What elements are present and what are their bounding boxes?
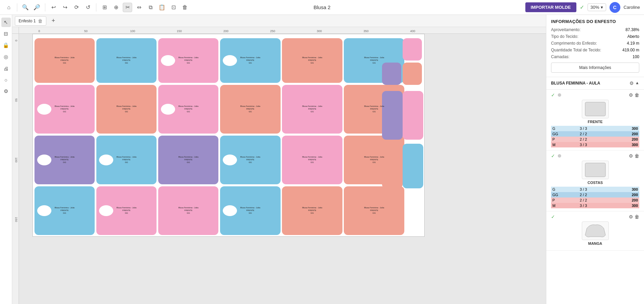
tipo-tecido-row: Tipo do Tecido: Aberto <box>551 34 639 39</box>
blusa-title: BLUSA FEMININA - AULA <box>551 81 600 86</box>
sidebar-lock-icon[interactable]: 🔒 <box>1 41 11 50</box>
zoom-out-icon[interactable]: 🔎 <box>32 3 42 12</box>
pattern-piece[interactable]: Blusa Feminina - JuliaFRENTEGG <box>220 186 280 235</box>
redo-icon[interactable]: ↪ <box>60 3 70 12</box>
pattern-piece[interactable]: Blusa Feminina - JuliaFRENTEGG <box>158 85 218 134</box>
piece-frente: ✓ ⚙ 🗑 FRENTE G 3 / 3 300GG <box>546 90 644 150</box>
ruler-vertical: 050100150 <box>12 34 19 304</box>
mais-informacoes-button[interactable]: Mais Informações <box>551 63 639 73</box>
costas-actions: ⚙ 🗑 <box>629 153 639 159</box>
paste-icon[interactable]: 📋 <box>157 3 167 12</box>
sidebar-print-icon[interactable]: 🖨 <box>1 64 11 73</box>
manga-settings-icon[interactable]: ⚙ <box>629 214 633 219</box>
costas-check-icon: ✓ <box>551 153 555 159</box>
tab-delete-icon[interactable]: 🗑 <box>38 18 43 24</box>
pattern-piece[interactable]: Blusa Feminina - JuliaFRENTEGG <box>344 186 404 235</box>
pattern-piece[interactable]: Blusa Feminina - JuliaFRENTEGG <box>220 136 280 184</box>
pattern-piece[interactable]: Blusa Feminina - JuliaFRENTEGG <box>158 186 218 235</box>
pattern-piece[interactable] <box>382 144 403 188</box>
sidebar-settings-icon[interactable]: ⚙ <box>1 87 11 96</box>
pattern-piece[interactable]: Blusa Feminina - JuliaFRENTEGG <box>282 38 342 83</box>
scissors-icon[interactable]: ✂ <box>123 3 132 12</box>
costas-shape <box>583 162 607 178</box>
pattern-piece[interactable]: Blusa Feminina - JuliaFRENTEGG <box>220 38 280 83</box>
grid-icon[interactable]: ⊞ <box>100 3 109 12</box>
avatar[interactable]: C <box>610 2 620 13</box>
refresh-icon[interactable]: ↺ <box>83 3 93 12</box>
sidebar-target-icon[interactable]: ◎ <box>1 52 11 62</box>
fabric-canvas[interactable]: Blusa Feminina - JuliaFRENTEGGBlusa Femi… <box>32 34 425 237</box>
sidebar-circle-icon[interactable]: ○ <box>1 75 11 85</box>
pattern-piece[interactable]: Blusa Feminina - JuliaFRENTEGG <box>96 186 157 235</box>
import-molde-button[interactable]: IMPORTAR MOLDE <box>525 2 576 12</box>
pattern-piece[interactable]: Blusa Feminina - JuliaFRENTEGG <box>158 136 218 184</box>
frente-actions: ⚙ 🗑 <box>629 92 639 98</box>
manga-shape <box>583 223 607 238</box>
piece-costas-header: ✓ ⚙ 🗑 <box>551 153 639 159</box>
separator-2 <box>45 3 45 11</box>
canvas-wrapper: Enfesto 1 🗑 + 050100150200250300350400 0… <box>12 15 546 304</box>
pattern-piece[interactable] <box>382 91 403 140</box>
pattern-piece[interactable]: Blusa Feminina - JuliaFRENTEGG <box>220 85 280 134</box>
blusa-chevron-icon[interactable]: ▲ <box>635 80 639 86</box>
frente-settings-icon[interactable]: ⚙ <box>629 92 633 98</box>
reset-icon[interactable]: ⟳ <box>72 3 81 12</box>
pattern-piece[interactable]: Blusa Feminina - JuliaFRENTEGG <box>34 38 95 83</box>
home-icon[interactable]: ⌂ <box>4 3 14 12</box>
pattern-piece[interactable]: Blusa Feminina - JuliaFRENTEGG <box>158 38 218 83</box>
pattern-piece[interactable]: Blusa Feminina - JuliaFRENTEGG <box>34 136 95 184</box>
frente-thumbnail <box>582 100 609 118</box>
manga-delete-icon[interactable]: 🗑 <box>635 214 639 219</box>
zoom-control[interactable]: 30% ▾ <box>588 3 606 11</box>
align-icon[interactable]: ⇔ <box>134 3 144 12</box>
manga-actions: ⚙ 🗑 <box>629 214 639 219</box>
costas-settings-icon[interactable]: ⚙ <box>629 153 633 159</box>
piece-costas: ✓ ⚙ 🗑 COSTAS G 3 / 3 300GG <box>546 150 644 211</box>
pattern-piece[interactable] <box>382 63 401 85</box>
piece-manga: ✓ ⚙ 🗑 MANGA <box>546 211 644 251</box>
tab-bar: Enfesto 1 🗑 + <box>12 15 546 27</box>
aproveitamento-row: Aproveitamento: 87.38% <box>551 27 639 32</box>
comprimento-value: 4.19 m <box>627 41 639 46</box>
pattern-piece[interactable] <box>403 91 423 140</box>
pattern-piece[interactable]: Blusa Feminina - JuliaFRENTEGG <box>96 85 157 134</box>
right-panel: INFORMAÇÕES DO ENFESTO Aproveitamento: 8… <box>546 15 644 304</box>
pattern-piece[interactable]: Blusa Feminina - JuliaFRENTEGG <box>34 85 95 134</box>
size-row: G 3 / 3 300 <box>551 126 639 131</box>
duplicate-icon[interactable]: ⊡ <box>169 3 178 12</box>
manga-check-icon: ✓ <box>551 214 555 219</box>
blusa-settings-icon[interactable]: ⚙ <box>629 80 634 86</box>
user-name: Caroline <box>624 5 640 10</box>
size-row: P 2 / 2 200 <box>551 197 639 203</box>
main-area: ↖ ⊟ 🔒 ◎ 🖨 ○ ⚙ Enfesto 1 🗑 + 050100150200… <box>0 15 644 304</box>
tipo-tecido-value: Aberto <box>627 34 639 39</box>
pattern-piece[interactable] <box>403 144 423 188</box>
copy-icon[interactable]: ⧉ <box>146 3 155 12</box>
left-sidebar: ↖ ⊟ 🔒 ◎ 🖨 ○ ⚙ <box>0 15 12 304</box>
sidebar-select-icon[interactable]: ↖ <box>1 18 11 27</box>
add-tab-button[interactable]: + <box>49 17 58 25</box>
pattern-piece[interactable]: Blusa Feminina - JuliaFRENTEGG <box>34 186 95 235</box>
frente-dot <box>558 93 561 97</box>
costas-delete-icon[interactable]: 🗑 <box>635 153 639 159</box>
pattern-piece[interactable]: Blusa Feminina - JuliaFRENTEGG <box>96 38 157 83</box>
pattern-piece[interactable]: Blusa Feminina - JuliaFRENTEGG <box>282 186 342 235</box>
canvas-container[interactable]: 050100150200250300350400 050100150 Blusa… <box>12 27 546 304</box>
piece-frente-header: ✓ ⚙ 🗑 <box>551 92 639 98</box>
zoom-in-icon[interactable]: 🔍 <box>21 3 30 12</box>
size-row: M 3 / 3 300 <box>551 142 639 147</box>
pattern-piece[interactable]: Blusa Feminina - JuliaFRENTEGG <box>282 136 342 184</box>
pattern-piece[interactable]: Blusa Feminina - JuliaFRENTEGG <box>282 85 342 134</box>
undo-icon[interactable]: ↩ <box>49 3 58 12</box>
pattern-piece[interactable] <box>382 38 401 61</box>
size-row: P 2 / 2 200 <box>551 137 639 142</box>
tab-enfesto-1[interactable]: Enfesto 1 🗑 <box>15 16 46 26</box>
pattern-piece[interactable]: Blusa Feminina - JuliaFRENTEGG <box>96 136 157 184</box>
snap-icon[interactable]: ⊕ <box>111 3 121 12</box>
pattern-piece[interactable] <box>403 38 422 61</box>
frente-delete-icon[interactable]: 🗑 <box>635 92 639 98</box>
confirm-icon[interactable]: ✓ <box>580 4 584 10</box>
pattern-piece[interactable] <box>403 63 422 85</box>
delete-icon[interactable]: 🗑 <box>180 3 190 12</box>
sidebar-pieces-icon[interactable]: ⊟ <box>1 29 11 39</box>
